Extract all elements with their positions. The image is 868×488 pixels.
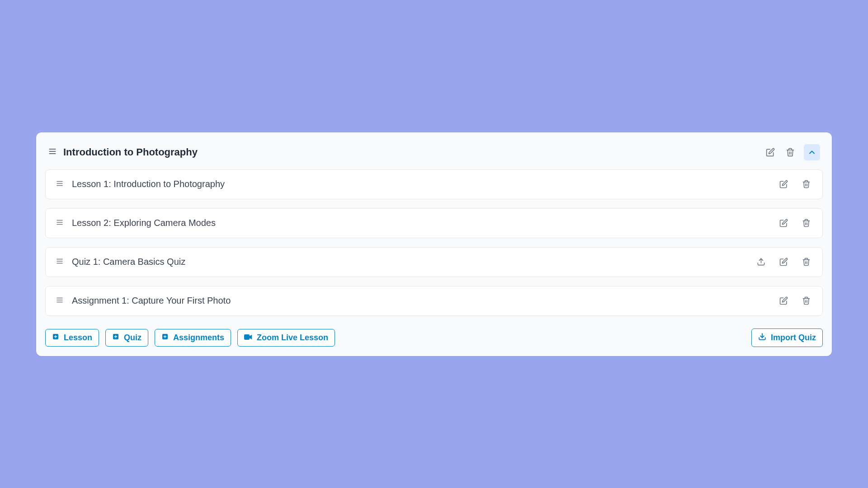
quiz-item: Quiz 1: Camera Basics Quiz bbox=[45, 247, 823, 277]
button-label: Assignments bbox=[173, 333, 224, 343]
lesson-item: Lesson 1: Introduction to Photography bbox=[45, 169, 823, 199]
edit-item-button[interactable] bbox=[777, 256, 790, 268]
drag-icon[interactable] bbox=[56, 296, 64, 306]
item-label: Assignment 1: Capture Your First Photo bbox=[72, 296, 231, 306]
svg-rect-19 bbox=[244, 334, 250, 340]
item-label: Quiz 1: Camera Basics Quiz bbox=[72, 257, 185, 267]
add-zoom-button[interactable]: Zoom Live Lesson bbox=[237, 329, 335, 347]
plus-icon bbox=[161, 333, 169, 343]
item-left: Quiz 1: Camera Basics Quiz bbox=[56, 257, 185, 267]
edit-item-button[interactable] bbox=[777, 217, 790, 230]
module-card: Introduction to Photography Lesson 1: In… bbox=[36, 132, 832, 356]
items-list: Lesson 1: Introduction to Photography Le… bbox=[45, 169, 823, 316]
drag-icon[interactable] bbox=[56, 218, 64, 228]
add-lesson-button[interactable]: Lesson bbox=[45, 329, 99, 347]
delete-module-button[interactable] bbox=[784, 146, 797, 159]
button-label: Import Quiz bbox=[771, 333, 816, 343]
edit-item-button[interactable] bbox=[777, 178, 790, 191]
assignment-item: Assignment 1: Capture Your First Photo bbox=[45, 286, 823, 316]
module-header-actions bbox=[764, 144, 820, 160]
button-label: Quiz bbox=[124, 333, 142, 343]
item-actions bbox=[777, 217, 812, 230]
video-icon bbox=[244, 333, 252, 343]
download-icon bbox=[758, 333, 766, 343]
add-quiz-button[interactable]: Quiz bbox=[105, 329, 148, 347]
footer-left: Lesson Quiz Assignments Zoom Live Lesson bbox=[45, 329, 335, 347]
item-left: Assignment 1: Capture Your First Photo bbox=[56, 296, 231, 306]
edit-module-button[interactable] bbox=[764, 146, 777, 159]
edit-item-button[interactable] bbox=[777, 295, 790, 307]
lesson-item: Lesson 2: Exploring Camera Modes bbox=[45, 208, 823, 238]
footer-right: Import Quiz bbox=[751, 328, 823, 347]
add-assignments-button[interactable]: Assignments bbox=[155, 329, 231, 347]
drag-icon[interactable] bbox=[56, 179, 64, 189]
button-label: Lesson bbox=[64, 333, 92, 343]
item-actions bbox=[777, 295, 812, 307]
module-title: Introduction to Photography bbox=[63, 146, 198, 158]
module-header: Introduction to Photography bbox=[45, 141, 823, 169]
drag-icon[interactable] bbox=[48, 147, 57, 158]
item-actions bbox=[777, 178, 812, 191]
footer-row: Lesson Quiz Assignments Zoom Live Lesson bbox=[45, 328, 823, 347]
drag-icon[interactable] bbox=[56, 257, 64, 267]
button-label: Zoom Live Lesson bbox=[257, 333, 328, 343]
plus-icon bbox=[112, 333, 119, 343]
delete-item-button[interactable] bbox=[800, 256, 812, 268]
collapse-module-button[interactable] bbox=[804, 144, 820, 160]
plus-icon bbox=[52, 333, 59, 343]
item-left: Lesson 1: Introduction to Photography bbox=[56, 179, 225, 189]
delete-item-button[interactable] bbox=[800, 178, 812, 191]
delete-item-button[interactable] bbox=[800, 217, 812, 230]
import-quiz-button[interactable]: Import Quiz bbox=[751, 328, 823, 347]
item-label: Lesson 1: Introduction to Photography bbox=[72, 179, 225, 189]
item-label: Lesson 2: Exploring Camera Modes bbox=[72, 218, 216, 228]
module-header-left: Introduction to Photography bbox=[48, 146, 198, 158]
export-item-button[interactable] bbox=[755, 256, 767, 268]
delete-item-button[interactable] bbox=[800, 295, 812, 307]
item-actions bbox=[755, 256, 812, 268]
item-left: Lesson 2: Exploring Camera Modes bbox=[56, 218, 216, 228]
